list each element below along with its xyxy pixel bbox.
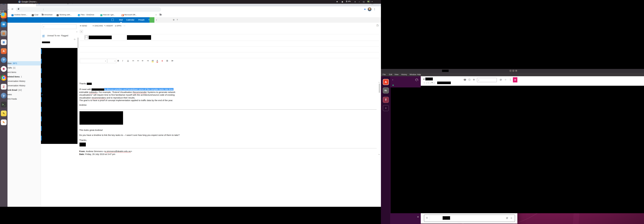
- starred-icon[interactable]: ☆: [504, 78, 506, 81]
- filter-all[interactable]: All: [42, 34, 44, 37]
- thermometer-icon[interactable]: 14%: [346, 0, 351, 2]
- team-menu[interactable]: ˅: [392, 78, 393, 81]
- other-bookmarks-button[interactable]: [160, 14, 162, 16]
- sort-selector[interactable]: ▾: [76, 31, 77, 33]
- compose-body-line[interactable]: I'll meet with to discuss priorities and…: [79, 88, 376, 91]
- bookmark-andrew-simm---[interactable]: OAndrew Simm...: [12, 14, 28, 16]
- compose-apps-button[interactable]: ● APPS: [115, 25, 121, 27]
- attach-icon[interactable]: ✇: [426, 217, 428, 219]
- settings-gear-icon[interactable]: ⚙: [173, 19, 175, 21]
- reload-icon[interactable]: ⟳: [12, 8, 13, 10]
- from-selector[interactable]: ▾: [80, 30, 83, 33]
- dock-item-zotero[interactable]: Z: [1, 84, 6, 90]
- bookmark-czar[interactable]: ◷Czar: [32, 14, 38, 16]
- bookmark-how-do-i-get---[interactable]: ◯How do I get...: [100, 14, 115, 16]
- compose-scrollbar-down-icon[interactable]: ▼: [378, 154, 380, 155]
- mention-icon[interactable]: @: [506, 217, 508, 219]
- menu-window[interactable]: Window: [410, 73, 416, 75]
- compose-body-line[interactable]: visualisation recommenders and to reprod…: [79, 96, 376, 99]
- menu-edit[interactable]: Edit: [389, 73, 392, 75]
- compose-body-line[interactable]: estimable subtasks. For example, "Extend…: [79, 91, 376, 93]
- chevron-down-icon[interactable]: ▾: [372, 1, 372, 2]
- bookmark-microsoft-offi---[interactable]: ▊Microsoft Offi...: [122, 14, 137, 16]
- compose-insert-button[interactable]: ✎ INSERT: [104, 25, 113, 27]
- indent-icon[interactable]: ⇥: [147, 59, 149, 62]
- bullet-list-icon[interactable]: ≔: [132, 59, 134, 62]
- emoji-icon[interactable]: ☺: [510, 217, 512, 219]
- outdent-icon[interactable]: ⇤: [142, 59, 144, 62]
- numbered-list-icon[interactable]: ≕: [137, 59, 139, 62]
- dock-item-sticky-notes[interactable]: ✎: [1, 111, 6, 116]
- app-menu[interactable]: Google Chrome ▾: [18, 0, 37, 3]
- compose-body-line[interactable]: Andrew: [79, 104, 376, 106]
- add-app-icon[interactable]: ⊕: [417, 216, 419, 218]
- presence-row[interactable]: [392, 84, 395, 86]
- dock-item-yed[interactable]: y: [1, 93, 6, 98]
- volume-icon[interactable]: ◁): [362, 1, 364, 3]
- owa-user-menu[interactable]: ▾: [156, 19, 157, 21]
- channel-title[interactable]: #: [423, 78, 424, 80]
- font-size-select[interactable]: ▾: [108, 59, 116, 63]
- highlight-color-icon[interactable]: ab: [152, 59, 154, 62]
- dock-item-google-chrome[interactable]: [1, 75, 6, 81]
- menu-file[interactable]: File: [383, 73, 386, 75]
- workspace-+[interactable]: +: [383, 105, 389, 111]
- font-color-icon[interactable]: A: [156, 59, 158, 62]
- settings-gear-icon[interactable]: ⚙: [473, 78, 475, 81]
- compose-body-line[interactable]: Thanks ,: [79, 82, 376, 85]
- shape-icon[interactable]: ⧖: [354, 1, 356, 3]
- tablet-icon[interactable]: ▣: [342, 1, 343, 3]
- compose-send-button[interactable]: ✉ SEND: [80, 25, 87, 27]
- search-box[interactable]: ⌕: [477, 78, 497, 82]
- help-icon[interactable]: ?: [177, 19, 178, 21]
- popout-icon[interactable]: ❐: [376, 24, 378, 27]
- menu-help[interactable]: Help: [417, 73, 421, 75]
- workspace-a[interactable]: A: [383, 79, 389, 85]
- call-phone-icon[interactable]: ☎: [464, 78, 466, 81]
- address-bar[interactable]: |: [16, 7, 161, 12]
- format-eraser-icon[interactable]: ◆: [162, 59, 163, 62]
- dock-item-firefox[interactable]: [1, 13, 6, 18]
- compose-body-line[interactable]: visualisations" will require time to fir…: [79, 94, 376, 96]
- list-scrollbar[interactable]: [78, 38, 78, 48]
- more-formatting-icon[interactable]: ≫: [171, 59, 174, 62]
- dock-item-slack[interactable]: ✱: [1, 66, 6, 72]
- star-channel-icon[interactable]: ☆: [424, 82, 425, 84]
- dock-item-ubuntu-software[interactable]: A: [1, 48, 6, 54]
- gift-icon[interactable]: ✿: [513, 77, 517, 82]
- profile-avatar[interactable]: [368, 7, 372, 11]
- bookmark-working-with---[interactable]: ◷Working with...: [57, 14, 72, 16]
- owa-nav-calendar[interactable]: Calendar: [126, 19, 134, 21]
- menu-view[interactable]: View: [394, 73, 398, 75]
- mail-list-item[interactable]: ⊙-: [42, 38, 76, 47]
- italic-icon[interactable]: I: [122, 59, 123, 62]
- underline-icon[interactable]: U: [127, 59, 129, 62]
- battery-icon[interactable]: [368, 1, 370, 3]
- bold-icon[interactable]: B: [118, 59, 119, 62]
- dock-item-text-notes[interactable]: ✎: [1, 119, 6, 125]
- mail-search-box[interactable]: ⌕: [42, 24, 76, 29]
- bookmarks-overflow-icon[interactable]: »: [156, 14, 156, 16]
- compose-scrollbar[interactable]: [379, 84, 380, 93]
- dock-item-terminal[interactable]: >_: [1, 102, 6, 107]
- font-family-select[interactable]: ▾: [80, 59, 107, 63]
- filter-flagged[interactable]: Flagged: [61, 34, 68, 37]
- search-tray-icon[interactable]: ⌕: [359, 1, 360, 3]
- more-icon[interactable]: ⋮: [509, 78, 512, 81]
- expand-conversation-icon[interactable]: ▶: [42, 94, 43, 95]
- menu-history[interactable]: History: [401, 73, 407, 75]
- bookmark-files---onedrive[interactable]: ☁Files - OneDrive: [78, 14, 94, 16]
- workspace-dl[interactable]: DL: [383, 87, 389, 93]
- bookmark-timesheet[interactable]: timesheet: [42, 14, 52, 16]
- bookmark-star-icon[interactable]: ★: [364, 8, 366, 11]
- filter-to-me[interactable]: To me: [54, 34, 60, 37]
- compose-discard-button[interactable]: ✕ DISCARD: [92, 25, 103, 27]
- info-icon[interactable]: ⓘ: [468, 78, 470, 81]
- compose-scrollbar-up-icon[interactable]: ▲: [378, 81, 380, 83]
- dock-item-archive-manager[interactable]: ▤: [1, 30, 6, 36]
- owa-nav-people[interactable]: People: [138, 19, 144, 21]
- maximize-icon[interactable]: ▢: [512, 70, 514, 72]
- workspace-t[interactable]: T: [383, 97, 389, 103]
- dock-item-libreoffice-writer[interactable]: ≣: [1, 39, 6, 45]
- close-icon[interactable]: ✕: [515, 70, 517, 72]
